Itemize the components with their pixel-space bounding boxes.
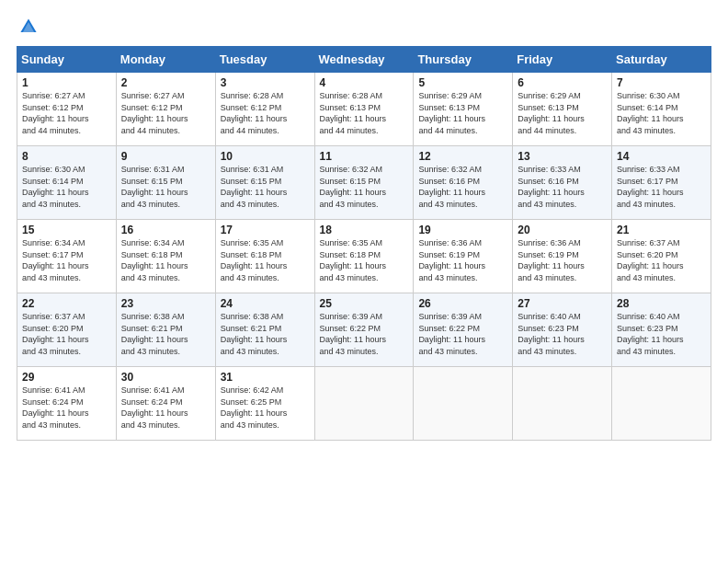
calendar-cell: 1 Sunrise: 6:27 AMSunset: 6:12 PMDayligh…	[17, 73, 117, 146]
calendar-cell	[314, 367, 414, 441]
calendar-cell: 30 Sunrise: 6:41 AMSunset: 6:24 PMDaylig…	[116, 367, 215, 441]
day-number: 21	[617, 224, 707, 236]
day-number: 22	[22, 297, 112, 310]
day-info: Sunrise: 6:30 AMSunset: 6:14 PMDaylight:…	[617, 90, 707, 136]
day-info: Sunrise: 6:27 AMSunset: 6:12 PMDaylight:…	[22, 90, 112, 136]
day-number: 26	[418, 297, 508, 310]
day-info: Sunrise: 6:32 AMSunset: 6:16 PMDaylight:…	[418, 164, 508, 210]
day-info: Sunrise: 6:40 AMSunset: 6:23 PMDaylight:…	[518, 311, 608, 357]
week-row-3: 15 Sunrise: 6:34 AMSunset: 6:17 PMDaylig…	[17, 220, 711, 293]
day-info: Sunrise: 6:32 AMSunset: 6:15 PMDaylight:…	[320, 164, 410, 210]
day-number: 6	[518, 76, 608, 89]
day-info: Sunrise: 6:30 AMSunset: 6:14 PMDaylight:…	[22, 164, 112, 210]
day-info: Sunrise: 6:38 AMSunset: 6:21 PMDaylight:…	[221, 311, 311, 357]
day-number: 30	[121, 371, 211, 384]
calendar-cell: 28 Sunrise: 6:40 AMSunset: 6:23 PMDaylig…	[612, 293, 711, 367]
week-row-2: 8 Sunrise: 6:30 AMSunset: 6:14 PMDayligh…	[17, 146, 711, 220]
calendar-cell: 12 Sunrise: 6:32 AMSunset: 6:16 PMDaylig…	[414, 146, 513, 220]
day-info: Sunrise: 6:40 AMSunset: 6:23 PMDaylight:…	[617, 311, 707, 357]
logo-icon	[18, 17, 39, 37]
calendar-cell: 22 Sunrise: 6:37 AMSunset: 6:20 PMDaylig…	[17, 293, 117, 367]
day-number: 12	[418, 150, 508, 163]
calendar-cell: 21 Sunrise: 6:37 AMSunset: 6:20 PMDaylig…	[612, 220, 711, 293]
day-number: 7	[617, 76, 707, 89]
calendar-cell: 18 Sunrise: 6:35 AMSunset: 6:18 PMDaylig…	[314, 220, 414, 293]
weekday-header-row: SundayMondayTuesdayWednesdayThursdayFrid…	[17, 47, 711, 73]
calendar-cell: 13 Sunrise: 6:33 AMSunset: 6:16 PMDaylig…	[513, 146, 612, 220]
day-info: Sunrise: 6:41 AMSunset: 6:24 PMDaylight:…	[121, 385, 211, 431]
calendar-cell: 10 Sunrise: 6:31 AMSunset: 6:15 PMDaylig…	[215, 146, 314, 220]
day-number: 29	[22, 371, 112, 384]
week-row-4: 22 Sunrise: 6:37 AMSunset: 6:20 PMDaylig…	[17, 293, 711, 367]
calendar-cell: 25 Sunrise: 6:39 AMSunset: 6:22 PMDaylig…	[314, 293, 414, 367]
day-number: 1	[22, 76, 112, 89]
calendar-cell: 26 Sunrise: 6:39 AMSunset: 6:22 PMDaylig…	[414, 293, 513, 367]
day-info: Sunrise: 6:42 AMSunset: 6:25 PMDaylight:…	[221, 385, 311, 431]
weekday-header-thursday: Thursday	[414, 47, 513, 73]
calendar-cell: 19 Sunrise: 6:36 AMSunset: 6:19 PMDaylig…	[414, 220, 513, 293]
header	[17, 17, 711, 37]
logo	[17, 17, 39, 37]
day-info: Sunrise: 6:29 AMSunset: 6:13 PMDaylight:…	[518, 90, 608, 136]
calendar-cell: 2 Sunrise: 6:27 AMSunset: 6:12 PMDayligh…	[116, 73, 215, 146]
calendar-cell: 8 Sunrise: 6:30 AMSunset: 6:14 PMDayligh…	[17, 146, 117, 220]
weekday-header-saturday: Saturday	[612, 47, 711, 73]
weekday-header-sunday: Sunday	[17, 47, 117, 73]
calendar-cell: 17 Sunrise: 6:35 AMSunset: 6:18 PMDaylig…	[215, 220, 314, 293]
day-number: 15	[22, 224, 112, 236]
day-info: Sunrise: 6:33 AMSunset: 6:17 PMDaylight:…	[617, 164, 707, 210]
day-number: 11	[320, 150, 410, 163]
day-info: Sunrise: 6:41 AMSunset: 6:24 PMDaylight:…	[22, 385, 112, 431]
calendar-cell: 16 Sunrise: 6:34 AMSunset: 6:18 PMDaylig…	[116, 220, 215, 293]
calendar-cell	[612, 367, 711, 441]
day-info: Sunrise: 6:34 AMSunset: 6:18 PMDaylight:…	[121, 237, 211, 283]
calendar-cell: 20 Sunrise: 6:36 AMSunset: 6:19 PMDaylig…	[513, 220, 612, 293]
page: SundayMondayTuesdayWednesdayThursdayFrid…	[0, 0, 728, 563]
day-number: 24	[221, 297, 311, 310]
calendar-cell: 15 Sunrise: 6:34 AMSunset: 6:17 PMDaylig…	[17, 220, 117, 293]
day-number: 20	[518, 224, 608, 236]
day-info: Sunrise: 6:33 AMSunset: 6:16 PMDaylight:…	[518, 164, 608, 210]
day-number: 5	[418, 76, 508, 89]
calendar-cell: 11 Sunrise: 6:32 AMSunset: 6:15 PMDaylig…	[314, 146, 414, 220]
day-info: Sunrise: 6:28 AMSunset: 6:13 PMDaylight:…	[320, 90, 410, 136]
day-info: Sunrise: 6:39 AMSunset: 6:22 PMDaylight:…	[418, 311, 508, 357]
day-info: Sunrise: 6:37 AMSunset: 6:20 PMDaylight:…	[22, 311, 112, 357]
calendar-cell	[513, 367, 612, 441]
day-number: 2	[121, 76, 211, 89]
calendar-cell: 7 Sunrise: 6:30 AMSunset: 6:14 PMDayligh…	[612, 73, 711, 146]
day-info: Sunrise: 6:37 AMSunset: 6:20 PMDaylight:…	[617, 237, 707, 283]
day-number: 16	[121, 224, 211, 236]
calendar-cell: 6 Sunrise: 6:29 AMSunset: 6:13 PMDayligh…	[513, 73, 612, 146]
day-number: 4	[320, 76, 410, 89]
week-row-1: 1 Sunrise: 6:27 AMSunset: 6:12 PMDayligh…	[17, 73, 711, 146]
weekday-header-friday: Friday	[513, 47, 612, 73]
day-info: Sunrise: 6:28 AMSunset: 6:12 PMDaylight:…	[221, 90, 311, 136]
day-info: Sunrise: 6:31 AMSunset: 6:15 PMDaylight:…	[221, 164, 311, 210]
calendar-table: SundayMondayTuesdayWednesdayThursdayFrid…	[17, 46, 711, 441]
day-info: Sunrise: 6:27 AMSunset: 6:12 PMDaylight:…	[121, 90, 211, 136]
day-number: 3	[221, 76, 311, 89]
calendar-cell: 29 Sunrise: 6:41 AMSunset: 6:24 PMDaylig…	[17, 367, 117, 441]
calendar-cell: 27 Sunrise: 6:40 AMSunset: 6:23 PMDaylig…	[513, 293, 612, 367]
day-info: Sunrise: 6:35 AMSunset: 6:18 PMDaylight:…	[320, 237, 410, 283]
day-info: Sunrise: 6:38 AMSunset: 6:21 PMDaylight:…	[121, 311, 211, 357]
day-number: 28	[617, 297, 707, 310]
day-number: 27	[518, 297, 608, 310]
day-number: 17	[221, 224, 311, 236]
weekday-header-monday: Monday	[116, 47, 215, 73]
weekday-header-wednesday: Wednesday	[314, 47, 414, 73]
calendar-cell: 3 Sunrise: 6:28 AMSunset: 6:12 PMDayligh…	[215, 73, 314, 146]
day-number: 18	[320, 224, 410, 236]
day-number: 31	[221, 371, 311, 384]
calendar-cell: 4 Sunrise: 6:28 AMSunset: 6:13 PMDayligh…	[314, 73, 414, 146]
calendar-cell: 5 Sunrise: 6:29 AMSunset: 6:13 PMDayligh…	[414, 73, 513, 146]
day-info: Sunrise: 6:36 AMSunset: 6:19 PMDaylight:…	[418, 237, 508, 283]
day-number: 23	[121, 297, 211, 310]
day-number: 10	[221, 150, 311, 163]
day-number: 9	[121, 150, 211, 163]
day-number: 14	[617, 150, 707, 163]
calendar-cell: 24 Sunrise: 6:38 AMSunset: 6:21 PMDaylig…	[215, 293, 314, 367]
day-info: Sunrise: 6:39 AMSunset: 6:22 PMDaylight:…	[320, 311, 410, 357]
calendar-cell: 23 Sunrise: 6:38 AMSunset: 6:21 PMDaylig…	[116, 293, 215, 367]
